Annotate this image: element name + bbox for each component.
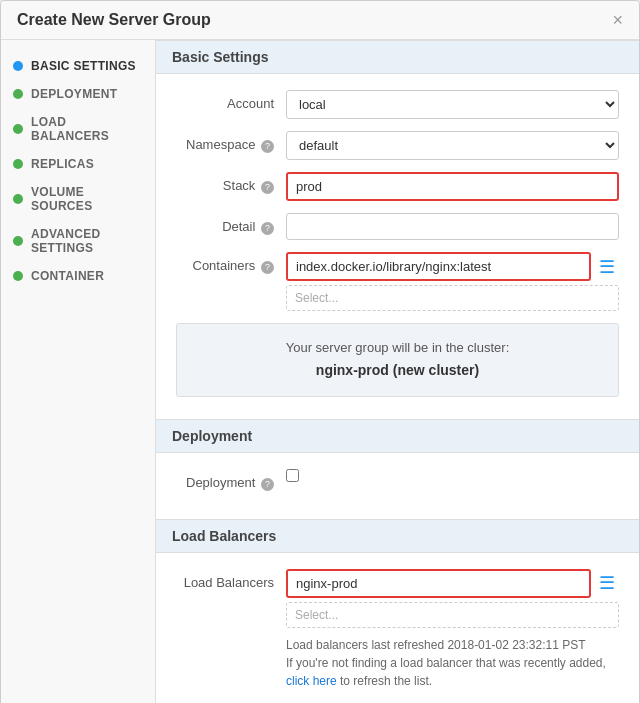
sidebar-label-volume: VOLUME SOURCES [31,185,143,213]
sidebar-dot-deployment [13,89,23,99]
lb-note-end: to refresh the list. [340,674,432,688]
deployment-label: Deployment ? [176,469,286,491]
namespace-help-icon[interactable]: ? [261,140,274,153]
sidebar-label-replicas: REPLICAS [31,157,94,171]
cluster-info-line1: Your server group will be in the cluster… [193,338,602,359]
deployment-help-icon[interactable]: ? [261,478,274,491]
deployment-checkbox-field [286,469,619,482]
lb-label: Load Balancers [176,569,286,590]
modal-header: Create New Server Group × [1,1,639,40]
main-content: Basic Settings Account local Namespace ? [156,40,639,703]
create-server-group-modal: Create New Server Group × BASIC SETTINGS… [0,0,640,703]
lb-add-button[interactable]: ☰ [595,570,619,596]
sidebar-dot-replicas [13,159,23,169]
basic-settings-section-header: Basic Settings [156,40,639,74]
basic-settings-body: Account local Namespace ? default [156,74,639,419]
lb-section-header: Load Balancers [156,519,639,553]
containers-select-placeholder[interactable]: Select... [286,285,619,311]
deployment-checkbox[interactable] [286,469,299,482]
sidebar-item-advanced-settings[interactable]: ADVANCED SETTINGS [1,220,155,262]
sidebar-label-deployment: DEPLOYMENT [31,87,117,101]
sidebar: BASIC SETTINGS DEPLOYMENT LOAD BALANCERS… [1,40,156,703]
containers-row: Containers ? ☰ Select... [176,252,619,311]
account-select[interactable]: local [286,90,619,119]
containers-input[interactable] [286,252,591,281]
detail-label: Detail ? [176,213,286,235]
sidebar-item-replicas[interactable]: REPLICAS [1,150,155,178]
deployment-field [286,469,619,482]
lb-note: Load balancers last refreshed 2018-01-02… [286,636,619,690]
cluster-info-line2: nginx-prod (new cluster) [316,362,479,378]
sidebar-dot-volume [13,194,23,204]
sidebar-item-basic-settings[interactable]: BASIC SETTINGS [1,52,155,80]
sidebar-label-basic-settings: BASIC SETTINGS [31,59,136,73]
stack-field [286,172,619,201]
cluster-info: Your server group will be in the cluster… [176,323,619,397]
namespace-field: default [286,131,619,160]
containers-help-icon[interactable]: ? [261,261,274,274]
sidebar-dot-advanced [13,236,23,246]
sidebar-item-deployment[interactable]: DEPLOYMENT [1,80,155,108]
lb-note-line2: If you're not finding a load balancer th… [286,656,606,670]
lb-select-placeholder[interactable]: Select... [286,602,619,628]
containers-label: Containers ? [176,252,286,274]
sidebar-label-lb: LOAD BALANCERS [31,115,143,143]
sidebar-label-advanced: ADVANCED SETTINGS [31,227,143,255]
deployment-row: Deployment ? [176,469,619,491]
containers-add-button[interactable]: ☰ [595,254,619,280]
stack-label: Stack ? [176,172,286,194]
namespace-row: Namespace ? default [176,131,619,160]
namespace-select[interactable]: default [286,131,619,160]
sidebar-dot-basic-settings [13,61,23,71]
sidebar-item-load-balancers[interactable]: LOAD BALANCERS [1,108,155,150]
lb-note-line1: Load balancers last refreshed 2018-01-02… [286,638,586,652]
lb-row: Load Balancers ☰ Select... Load balancer… [176,569,619,690]
lb-body: Load Balancers ☰ Select... Load balancer… [156,553,639,703]
account-label: Account [176,90,286,111]
detail-input[interactable] [286,213,619,240]
deployment-section-header: Deployment [156,419,639,453]
modal-close-button[interactable]: × [612,11,623,29]
stack-row: Stack ? [176,172,619,201]
lb-field: ☰ Select... Load balancers last refreshe… [286,569,619,690]
sidebar-dot-lb [13,124,23,134]
detail-row: Detail ? [176,213,619,240]
namespace-label: Namespace ? [176,131,286,153]
account-row: Account local [176,90,619,119]
containers-field: ☰ Select... [286,252,619,311]
containers-input-row: ☰ [286,252,619,281]
modal-title: Create New Server Group [17,11,211,29]
sidebar-dot-container [13,271,23,281]
lb-input-row: ☰ [286,569,619,598]
stack-help-icon[interactable]: ? [261,181,274,194]
deployment-body: Deployment ? [156,453,639,519]
sidebar-item-volume-sources[interactable]: VOLUME SOURCES [1,178,155,220]
sidebar-item-container[interactable]: CONTAINER [1,262,155,290]
lb-input[interactable] [286,569,591,598]
lb-refresh-link[interactable]: click here [286,674,337,688]
detail-field [286,213,619,240]
detail-help-icon[interactable]: ? [261,222,274,235]
sidebar-label-container: CONTAINER [31,269,104,283]
stack-input[interactable] [286,172,619,201]
account-field: local [286,90,619,119]
modal-body: BASIC SETTINGS DEPLOYMENT LOAD BALANCERS… [1,40,639,703]
